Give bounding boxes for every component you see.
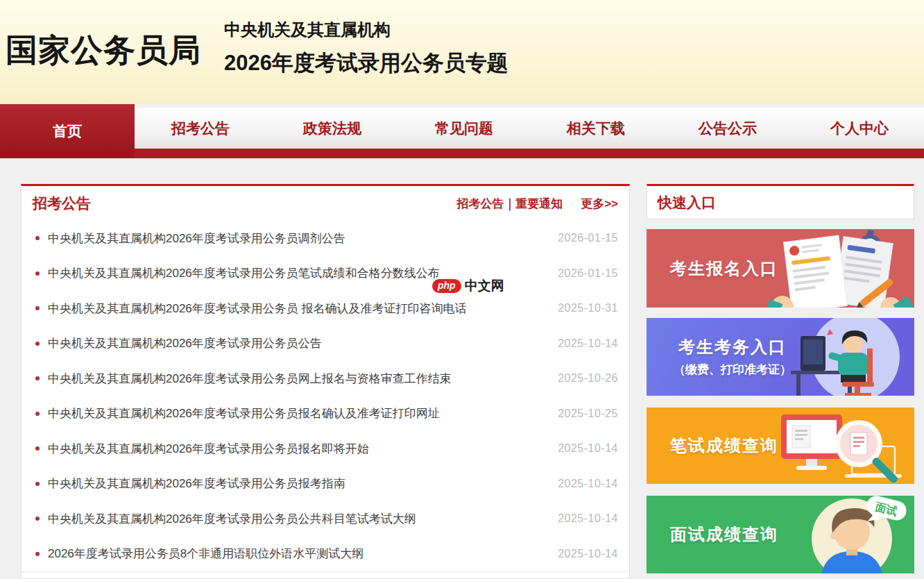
item-date: 2025-10-14 (558, 512, 618, 525)
announcement-list: 中央机关及其直属机构2026年度考试录用公务员调剂公告 2026-01-15 中… (22, 221, 629, 572)
bullet-icon (35, 236, 40, 240)
panel-subtabs[interactable]: 招考公告｜重要通知 (456, 196, 563, 212)
announcements-panel: 招考公告 招考公告｜重要通知 更多>> 中央机关及其直属机构2026年度考试录用… (21, 184, 630, 579)
written-score-illustration (769, 408, 914, 484)
php-logo-icon: php (432, 279, 461, 293)
page-title: 2026年度考试录用公务员专题 (224, 49, 508, 78)
banner-exam-affairs-entry[interactable]: 考生考务入口 （缴费、打印准考证） (647, 318, 914, 396)
item-date: 2025-10-14 (558, 478, 618, 490)
nav-tab-faq[interactable]: 常见问题 (398, 108, 530, 149)
item-date: 2026-01-15 (558, 267, 618, 280)
bullet-icon (35, 376, 40, 380)
panel-header: 招考公告 招考公告｜重要通知 更多>> (22, 186, 629, 221)
bullet-icon (35, 517, 40, 521)
announcement-item[interactable]: 中央机关及其直属机构2026年度考试录用公务员 报名确认及准考证打印咨询电话 2… (33, 291, 618, 326)
banner-label: 笔试成绩查询 (670, 435, 778, 457)
item-date: 2025-10-14 (558, 442, 618, 455)
item-date: 2025-10-14 (558, 548, 618, 560)
header-subtitle: 中央机关及其直属机构 (224, 19, 391, 41)
nav-tab-home[interactable]: 首页 (0, 104, 135, 158)
announcement-link[interactable]: 中央机关及其直属机构2026年度考试录用公务员报名即将开始 (48, 441, 369, 457)
announcement-link[interactable]: 中央机关及其直属机构2026年度考试录用公务员笔试成绩和合格分数线公布 (48, 265, 440, 281)
announcement-link[interactable]: 中央机关及其直属机构2026年度考试录用公务员网上报名与资格审查工作结束 (48, 371, 452, 387)
quick-entry-title: 快速入口 (658, 193, 716, 212)
announcement-item[interactable]: 中央机关及其直属机构2026年度考试录用公务员报名即将开始 2025-10-14 (33, 431, 618, 467)
item-date: 2025-10-31 (558, 302, 618, 314)
bullet-icon (35, 552, 40, 556)
announcement-item[interactable]: 中央机关及其直属机构2026年度考试录用公务员笔试成绩和合格分数线公布 2026… (33, 256, 618, 292)
php-watermark: php 中文网 (432, 277, 504, 295)
banner-label: 考生考务入口 （缴费、打印准考证） (647, 336, 819, 378)
nav-tab-notices[interactable]: 公告公示 (662, 108, 794, 149)
banner-registration-entry[interactable]: 考生报名入口 (647, 229, 914, 308)
page: 国家公务员局 中央机关及其直属机构 2026年度考试录用公务员专题 首页 招考公… (0, 0, 924, 579)
panel-meta: 招考公告｜重要通知 更多>> (456, 196, 618, 212)
nav-tab-personal-center[interactable]: 个人中心 (794, 108, 924, 149)
announcement-item[interactable]: 中央机关及其直属机构2026年度考试录用公务员报考指南 2025-10-14 (33, 467, 618, 502)
nav-tab-policies[interactable]: 政策法规 (266, 108, 398, 149)
interview-score-illustration: 面试 (782, 496, 914, 573)
site-logo[interactable]: 国家公务员局 (6, 29, 201, 72)
quick-entry-panel: 快速入口 (647, 184, 914, 219)
announcement-item[interactable]: 中央机关及其直属机构2026年度考试录用公务员公告 2025-10-14 (33, 326, 618, 362)
announcement-item[interactable]: 中央机关及其直属机构2026年度考试录用公务员公共科目笔试考试大纲 2025-1… (33, 501, 618, 537)
item-date: 2025-10-26 (558, 372, 618, 385)
site-header: 国家公务员局 中央机关及其直属机构 2026年度考试录用公务员专题 (0, 0, 924, 104)
announcement-link[interactable]: 中央机关及其直属机构2026年度考试录用公务员 报名确认及准考证打印咨询电话 (48, 301, 467, 317)
announcement-link[interactable]: 中央机关及其直属机构2026年度考试录用公务员报考指南 (48, 476, 345, 492)
panel-title: 招考公告 (33, 194, 91, 213)
item-date: 2025-10-14 (558, 337, 618, 350)
watermark-text: 中文网 (465, 277, 504, 295)
announcement-link[interactable]: 中央机关及其直属机构2026年度考试录用公务员调剂公告 (48, 230, 345, 246)
item-date: 2026-01-15 (558, 232, 618, 244)
announcement-link[interactable]: 2026年度考试录用公务员8个非通用语职位外语水平测试大纲 (48, 546, 363, 562)
bullet-icon (35, 271, 40, 276)
banner-label: 面试成绩查询 (670, 523, 778, 546)
bullet-icon (35, 342, 40, 346)
nav-red-strip (0, 149, 924, 158)
bullet-icon (35, 412, 40, 416)
announcement-link[interactable]: 中央机关及其直属机构2026年度考试录用公务员公共科目笔试考试大纲 (48, 511, 416, 527)
announcement-item[interactable]: 中央机关及其直属机构2026年度考试录用公务员网上报名与资格审查工作结束 202… (33, 361, 618, 396)
nav-tab-downloads[interactable]: 相关下载 (530, 108, 662, 149)
main-nav: 首页 招考公告 政策法规 常见问题 相关下载 公告公示 个人中心 (0, 104, 924, 158)
announcement-link[interactable]: 中央机关及其直属机构2026年度考试录用公务员报名确认及准考证打印网址 (48, 405, 440, 421)
bullet-icon (35, 446, 40, 451)
announcement-item[interactable]: 2026年度考试录用公务员8个非通用语职位外语水平测试大纲 2025-10-14 (33, 537, 618, 572)
nav-tab-announcements[interactable]: 招考公告 (135, 108, 266, 149)
bullet-icon (35, 482, 40, 486)
nav-tabs: 首页 招考公告 政策法规 常见问题 相关下载 公告公示 个人中心 (0, 108, 924, 149)
banner-label: 考生报名入口 (670, 258, 778, 280)
item-date: 2025-10-25 (558, 408, 618, 420)
announcement-item[interactable]: 中央机关及其直属机构2026年度考试录用公务员调剂公告 2026-01-15 (33, 221, 618, 256)
banner-written-score-query[interactable]: 笔试成绩查询 (647, 408, 914, 484)
announcement-item[interactable]: 中央机关及其直属机构2026年度考试录用公务员报名确认及准考证打印网址 2025… (33, 396, 618, 432)
banner-interview-score-query[interactable]: 面试 面试成绩查询 (647, 496, 914, 573)
bullet-icon (35, 306, 40, 310)
more-link[interactable]: 更多>> (581, 196, 618, 212)
announcement-link[interactable]: 中央机关及其直属机构2026年度考试录用公务员公告 (48, 335, 322, 351)
